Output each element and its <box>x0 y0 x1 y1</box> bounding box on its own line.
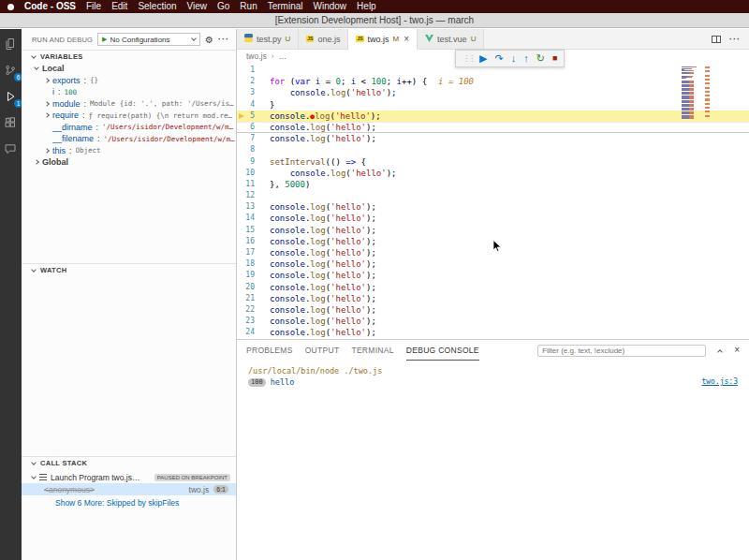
stack-frame[interactable]: <anonymous>two.js6:1 <box>22 483 236 495</box>
extensions-icon[interactable] <box>4 116 18 130</box>
variable-__dirname[interactable]: __dirname:'/Users/isidor/Development/w/m… <box>22 122 236 134</box>
source-link[interactable]: two.js:3 <box>701 376 738 388</box>
call-stack-header[interactable]: CALL STACK <box>22 456 236 469</box>
code-line-10[interactable]: 10 console.log('hello'); <box>237 168 749 179</box>
variable-this[interactable]: this:Object <box>22 145 236 157</box>
menu-app-name[interactable]: Code - OSS <box>24 0 76 13</box>
variable-i[interactable]: i:100 <box>22 86 236 98</box>
sidebar-more-actions-icon[interactable]: ··· <box>218 35 229 44</box>
line-number[interactable]: 24 <box>237 327 261 338</box>
menu-item-go[interactable]: Go <box>217 0 229 13</box>
debug-console-output[interactable]: /usr/local/bin/node ./two.js100hellotwo.… <box>237 361 749 392</box>
watch-header[interactable]: WATCH <box>22 263 236 276</box>
menu-item-view[interactable]: View <box>187 0 208 13</box>
run-and-debug-icon[interactable]: 1 <box>4 90 18 104</box>
code-line-9[interactable]: 9setInterval(() => { <box>237 156 749 168</box>
variable-exports[interactable]: exports:{} <box>22 75 236 87</box>
explorer-icon[interactable] <box>4 37 18 52</box>
line-number[interactable]: 18 <box>237 258 261 270</box>
line-number[interactable]: 22 <box>237 304 261 316</box>
menu-item-window[interactable]: Window <box>314 0 347 13</box>
apple-icon[interactable] <box>7 4 14 10</box>
line-number[interactable]: 4 <box>237 99 261 111</box>
line-number[interactable]: 3 <box>237 87 261 98</box>
feedback-icon[interactable] <box>4 142 18 156</box>
minimap[interactable] <box>682 66 702 120</box>
line-number[interactable]: 17 <box>237 247 261 258</box>
line-number[interactable]: 9 <box>237 156 261 168</box>
variable-require[interactable]: require:ƒ require(path) {\n return mod.r… <box>22 110 236 122</box>
line-number[interactable]: 2 <box>237 76 261 87</box>
line-number[interactable]: 11 <box>237 179 261 190</box>
menu-item-help[interactable]: Help <box>357 0 376 13</box>
line-number[interactable]: 12 <box>237 190 261 201</box>
code-line-3[interactable]: 3 console.log('hello'); <box>237 87 749 98</box>
step-over-button[interactable]: ↷ <box>494 53 503 64</box>
source-control-icon[interactable]: 6 <box>4 64 18 78</box>
breadcrumb-item[interactable]: two.js <box>246 52 267 61</box>
line-number[interactable]: 5 <box>237 111 261 122</box>
close-panel-icon[interactable]: × <box>734 346 740 355</box>
code-line-13[interactable]: 13console.log('hello'); <box>237 201 749 213</box>
code-line-4[interactable]: 4} <box>237 99 749 111</box>
line-number[interactable]: 15 <box>237 225 261 236</box>
code-line-6[interactable]: 6console.log('hello'); <box>237 122 749 133</box>
maximize-panel-icon[interactable] <box>718 347 722 354</box>
line-number[interactable]: 21 <box>237 293 261 304</box>
line-number[interactable]: 19 <box>237 270 261 281</box>
restart-button[interactable]: ↻ <box>536 53 545 64</box>
code-line-20[interactable]: 20console.log('hello'); <box>237 282 749 293</box>
panel-tab-terminal[interactable]: TERMINAL <box>351 340 393 361</box>
panel-tab-problems[interactable]: PROBLEMS <box>246 340 293 361</box>
scope-local[interactable]: Local <box>22 63 236 75</box>
line-number[interactable]: 23 <box>237 316 261 327</box>
code-line-21[interactable]: 21console.log('hello'); <box>237 293 749 304</box>
code-line-14[interactable]: 14console.log('hello'); <box>237 213 749 224</box>
code-line-11[interactable]: 11}, 5000) <box>237 179 749 190</box>
close-tab-icon[interactable]: × <box>404 34 409 44</box>
split-editor-icon[interactable] <box>712 36 721 43</box>
code-line-7[interactable]: 7console.log('hello'); <box>237 133 749 144</box>
line-number[interactable]: 20 <box>237 282 261 293</box>
code-line-8[interactable]: 8 <box>237 144 749 155</box>
tab-test.vue[interactable]: test.vueU <box>418 29 484 49</box>
code-line-2[interactable]: 2for (var i = 0; i < 100; i++) {i = 100 <box>237 76 749 87</box>
call-stack-session[interactable]: Launch Program two.js… PAUSED ON BREAKPO… <box>22 471 236 483</box>
debug-config-select[interactable]: ▶ No Configurations <box>97 33 200 46</box>
code-line-5[interactable]: 5console.●log('hello'); <box>237 111 749 122</box>
title-bar[interactable]: [Extension Development Host] - two.js — … <box>0 13 749 28</box>
line-number[interactable]: 14 <box>237 213 261 224</box>
code-line-18[interactable]: 18console.log('hello'); <box>237 258 749 270</box>
menu-item-run[interactable]: Run <box>240 0 257 13</box>
step-out-button[interactable]: ↑ <box>523 53 529 64</box>
tab-test.py[interactable]: test.pyU <box>237 29 299 49</box>
variables-header[interactable]: VARIABLES <box>22 50 236 63</box>
tab-two.js[interactable]: JStwo.jsM× <box>348 29 418 50</box>
line-number[interactable]: 10 <box>237 168 261 179</box>
code-line-22[interactable]: 22console.log('hello'); <box>237 304 749 316</box>
show-more-link[interactable]: Show 6 More: Skipped by skipFiles <box>22 498 236 508</box>
filter-input[interactable] <box>537 345 706 357</box>
code-line-19[interactable]: 19console.log('hello'); <box>237 270 749 281</box>
code-editor[interactable]: 12for (var i = 0; i < 100; i++) {i = 100… <box>237 62 749 339</box>
line-number[interactable]: 6 <box>237 122 261 133</box>
line-number[interactable]: 16 <box>237 236 261 247</box>
variable-__filename[interactable]: __filename:'/Users/isidor/Development/w/… <box>22 133 236 145</box>
step-into-button[interactable]: ↓ <box>511 53 517 64</box>
line-number[interactable]: 1 <box>237 65 261 76</box>
editor-more-actions-icon[interactable]: ··· <box>729 35 741 44</box>
scope-global[interactable]: Global <box>22 156 236 169</box>
line-number[interactable]: 7 <box>237 133 261 144</box>
variable-module[interactable]: module:Module {id: '.', path: '/Users/is… <box>22 98 236 111</box>
code-line-15[interactable]: 15console.log('hello'); <box>237 225 749 236</box>
code-line-12[interactable]: 12 <box>237 190 749 201</box>
start-debug-icon[interactable]: ▶ <box>102 36 107 43</box>
menu-item-file[interactable]: File <box>86 0 101 13</box>
line-number[interactable]: 8 <box>237 144 261 155</box>
menu-item-selection[interactable]: Selection <box>138 0 176 13</box>
line-number[interactable]: 13 <box>237 201 261 213</box>
panel-tab-output[interactable]: OUTPUT <box>305 340 340 361</box>
menu-item-edit[interactable]: Edit <box>111 0 127 13</box>
drag-handle-icon[interactable]: ⋮⋮ <box>463 54 474 63</box>
tab-one.js[interactable]: JSone.js <box>299 29 348 49</box>
